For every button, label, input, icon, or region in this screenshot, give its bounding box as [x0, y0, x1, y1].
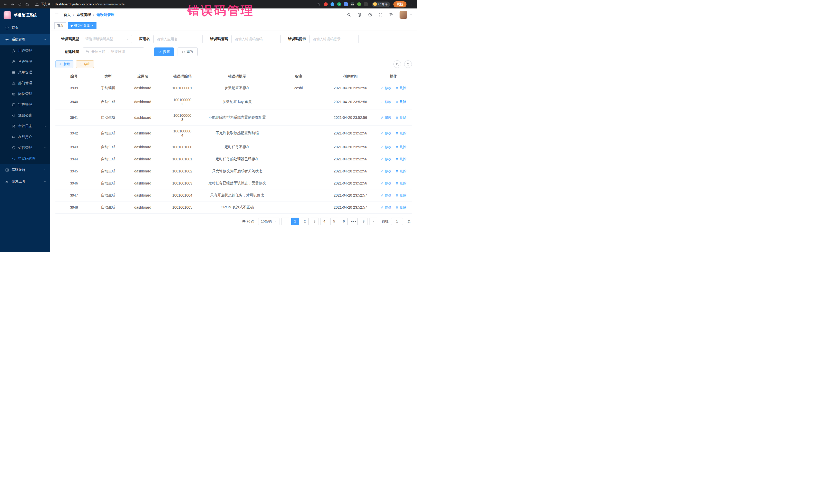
delete-link[interactable]: 删除	[395, 157, 406, 161]
sidebar-item-角色管理[interactable]: 角色管理	[0, 56, 50, 67]
delete-link-label: 删除	[399, 157, 406, 161]
error-type-select[interactable]: 请选择错误码类型	[83, 35, 132, 43]
post-badge-icon	[12, 92, 16, 96]
delete-link[interactable]: 删除	[395, 86, 406, 90]
cell-hint: 定时任务已经处于该状态，无需修改	[203, 177, 271, 189]
sidebar-toggle-icon[interactable]	[54, 13, 59, 17]
sidebar-item-研发工具[interactable]: 研发工具	[0, 176, 50, 188]
browser-reload-icon[interactable]	[18, 2, 22, 6]
user-menu-caret-icon[interactable]	[409, 13, 413, 17]
app-name-input[interactable]	[153, 35, 203, 43]
search-button[interactable]: 搜索	[154, 47, 174, 56]
sidebar-item-在线用户[interactable]: 在线用户	[0, 132, 50, 143]
github-icon[interactable]	[357, 13, 362, 17]
delete-link[interactable]: 删除	[395, 100, 406, 104]
edit-link[interactable]: 修改	[380, 86, 391, 90]
pagination: 共 76 条10条/页123456●●●8前往页	[56, 218, 411, 225]
sidebar-item-审计日志[interactable]: 审计日志	[0, 121, 50, 132]
goto-label: 前往	[382, 219, 389, 224]
add-button[interactable]: 新增	[56, 60, 73, 68]
browser-forward-icon[interactable]	[10, 2, 15, 6]
sidebar-item-系统管理[interactable]: 系统管理	[0, 34, 50, 45]
header-search-icon[interactable]	[347, 13, 351, 17]
sidebar-item-部门管理[interactable]: 部门管理	[0, 78, 50, 89]
pagination-ellipsis[interactable]: ●●●	[350, 218, 358, 225]
font-size-icon[interactable]	[389, 13, 393, 17]
page-button-8[interactable]: 8	[360, 218, 368, 225]
page-button-5[interactable]: 5	[330, 218, 338, 225]
edit-link[interactable]: 修改	[380, 131, 391, 135]
page-button-6[interactable]: 6	[340, 218, 348, 225]
breadcrumb-item[interactable]: 首页	[64, 13, 71, 17]
filter-row-1: 错误码类型 请选择错误码类型 应用名 错误码编码	[56, 35, 412, 43]
delete-link[interactable]: 删除	[395, 145, 406, 149]
sidebar-item-错误码管理[interactable]: 错误码管理	[0, 153, 50, 164]
refresh-table-button[interactable]	[404, 60, 412, 68]
page-button-1[interactable]: 1	[291, 218, 299, 225]
error-code-input[interactable]	[232, 35, 281, 43]
url-text: dashboard.yudao.iocoder.cn/system/error-…	[55, 2, 125, 6]
extension-icon-3[interactable]: V	[337, 2, 341, 6]
sidebar-item-基础设施[interactable]: 基础设施	[0, 164, 50, 176]
cell-code: 100100000 3	[162, 110, 203, 125]
browser-menu-kebab-icon[interactable]	[410, 2, 414, 6]
delete-link[interactable]: 删除	[395, 131, 406, 135]
tab-首页[interactable]: 首页	[54, 22, 66, 29]
tab-错误码管理[interactable]: 错误码管理×	[68, 22, 96, 29]
sidebar-item-字典管理[interactable]: 字典管理	[0, 99, 50, 110]
page-button-3[interactable]: 3	[311, 218, 319, 225]
delete-link[interactable]: 删除	[395, 205, 406, 210]
delete-link[interactable]: 删除	[395, 169, 406, 174]
page-button-2[interactable]: 2	[301, 218, 309, 225]
show-search-toggle-button[interactable]	[393, 60, 401, 68]
edit-link[interactable]: 修改	[380, 169, 391, 174]
extension-icon-6[interactable]	[357, 2, 361, 6]
edit-link[interactable]: 修改	[380, 157, 391, 161]
goto-page-input[interactable]	[391, 218, 403, 225]
edit-link[interactable]: 修改	[380, 115, 391, 120]
browser-back-icon[interactable]	[3, 2, 7, 6]
bookmark-star-icon[interactable]	[317, 2, 321, 6]
extension-icon-1[interactable]	[324, 2, 328, 6]
user-avatar[interactable]	[399, 11, 407, 19]
sidebar-item-用户管理[interactable]: 用户管理	[0, 45, 50, 56]
extension-icon-2[interactable]	[331, 2, 334, 6]
next-page-button[interactable]	[370, 218, 377, 225]
edit-link[interactable]: 修改	[380, 205, 391, 210]
error-hint-input[interactable]	[309, 35, 359, 43]
cell-app: dashboard	[124, 201, 162, 213]
sidebar-item-label: 首页	[12, 25, 19, 30]
export-button[interactable]: 导出	[76, 60, 94, 68]
page-button-4[interactable]: 4	[321, 218, 328, 225]
breadcrumb-item[interactable]: 系统管理	[76, 13, 91, 17]
edit-link[interactable]: 修改	[380, 100, 391, 104]
address-bar[interactable]: 不安全 dashboard.yudao.iocoder.cn/system/er…	[32, 2, 321, 6]
sidebar-item-首页[interactable]: 首页	[0, 22, 50, 34]
sidebar-item-通知公告[interactable]: 通知公告	[0, 110, 50, 121]
extension-icon-4[interactable]	[344, 2, 348, 6]
help-icon[interactable]	[368, 13, 372, 17]
sidebar-item-菜单管理[interactable]: 菜单管理	[0, 67, 50, 78]
edit-link[interactable]: 修改	[380, 181, 391, 185]
sidebar-item-短信管理[interactable]: 短信管理	[0, 143, 50, 153]
cell-time: 2021-04-20 23:52:56	[326, 110, 375, 125]
browser-home-icon[interactable]	[25, 2, 29, 6]
page-size-select[interactable]: 10条/页	[258, 218, 280, 225]
edit-link[interactable]: 修改	[380, 193, 391, 198]
tab-close-icon[interactable]: ×	[92, 24, 94, 27]
fullscreen-icon[interactable]	[378, 13, 383, 17]
delete-link[interactable]: 删除	[395, 115, 406, 120]
reset-button[interactable]: 重置	[178, 47, 198, 56]
create-time-range-picker[interactable]: 开始日期 - 结束日期	[83, 47, 144, 56]
sidebar-item-岗位管理[interactable]: 岗位管理	[0, 89, 50, 99]
delete-link[interactable]: 删除	[395, 193, 406, 198]
prev-page-button[interactable]	[282, 218, 289, 225]
extension-icon-7[interactable]	[364, 2, 368, 6]
extension-icon-5[interactable]: on	[351, 2, 354, 6]
profile-paused-badge[interactable]: 已暂停	[372, 2, 390, 7]
edit-link[interactable]: 修改	[380, 145, 391, 149]
browser-update-button[interactable]: 更新	[393, 1, 407, 7]
delete-link[interactable]: 删除	[395, 181, 406, 185]
logo[interactable]: 芋道管理系统	[0, 8, 50, 22]
cell-app: dashboard	[124, 94, 162, 110]
